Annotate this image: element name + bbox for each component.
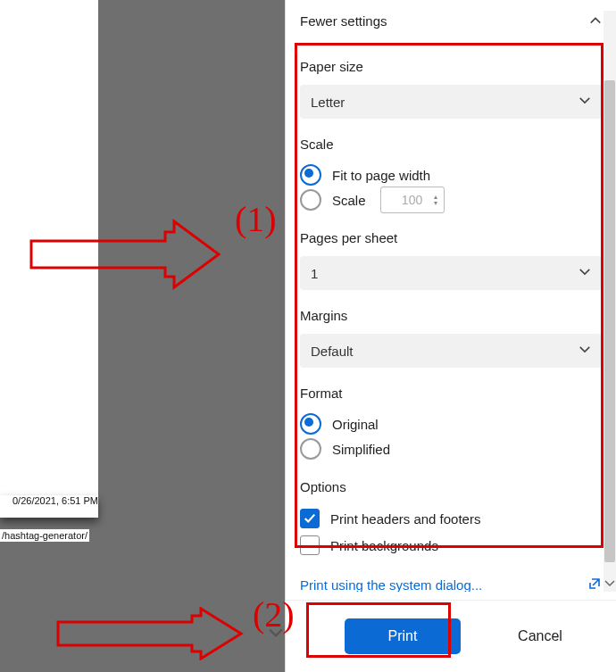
paper-size-value: Letter <box>311 95 345 110</box>
backgrounds-option[interactable]: Print backgrounds <box>300 532 602 559</box>
format-original-option[interactable]: Original <box>300 411 602 436</box>
radio-icon <box>300 189 321 211</box>
fewer-settings-label: Fewer settings <box>300 13 387 29</box>
preview-url: /hashtag-generator/ <box>0 529 89 542</box>
chevron-down-icon <box>579 266 591 281</box>
preview-shadow <box>0 495 98 518</box>
panel-scrollbar-thumb[interactable] <box>604 80 615 562</box>
radio-icon <box>300 164 321 186</box>
scale-value: 100 <box>402 193 422 207</box>
chevron-down-icon <box>579 344 591 359</box>
format-simplified-label: Simplified <box>332 442 390 457</box>
scale-fit-option[interactable]: Fit to page width <box>300 162 602 187</box>
print-button[interactable]: Print <box>345 618 461 654</box>
print-dialog-panel: Fewer settings Paper size Letter Scale F… <box>285 0 616 672</box>
print-preview-page <box>0 0 98 518</box>
format-simplified-option[interactable]: Simplified <box>300 436 602 461</box>
pages-per-sheet-label: Pages per sheet <box>300 230 602 245</box>
paper-size-select[interactable]: Letter <box>300 85 602 119</box>
scale-custom-label: Scale <box>332 193 366 208</box>
checkbox-icon <box>300 535 320 555</box>
external-link-icon <box>587 577 602 592</box>
spinner-down-icon[interactable]: ▾ <box>430 201 441 206</box>
scale-label: Scale <box>300 137 602 152</box>
radio-icon <box>300 438 321 460</box>
checkbox-icon <box>300 509 320 528</box>
format-original-label: Original <box>332 417 379 432</box>
cancel-button[interactable]: Cancel <box>482 618 598 654</box>
headers-footers-option[interactable]: Print headers and footers <box>300 505 602 532</box>
scale-fit-label: Fit to page width <box>332 168 430 183</box>
scale-custom-option[interactable]: Scale 100 ▴ ▾ <box>300 187 602 212</box>
system-dialog-link[interactable]: Print using the system dialog... <box>300 577 482 592</box>
margins-select[interactable]: Default <box>300 334 602 368</box>
radio-icon <box>300 413 321 435</box>
pages-per-sheet-select[interactable]: 1 <box>300 256 602 290</box>
dialog-footer: Print Cancel <box>286 600 616 672</box>
system-dialog-row[interactable]: Print using the system dialog... <box>300 577 602 592</box>
paper-size-label: Paper size <box>300 59 602 74</box>
format-label: Format <box>300 386 602 401</box>
chevron-down-icon <box>579 95 591 110</box>
spinner-steppers[interactable]: ▴ ▾ <box>430 195 441 206</box>
options-label: Options <box>300 479 602 494</box>
chevron-up-icon <box>589 14 602 27</box>
fewer-settings-header[interactable]: Fewer settings <box>300 0 602 41</box>
scale-value-input[interactable]: 100 ▴ ▾ <box>380 187 445 213</box>
pages-per-sheet-value: 1 <box>311 266 318 281</box>
panel-scroll-down-arrow[interactable] <box>604 577 616 592</box>
backgrounds-label: Print backgrounds <box>330 538 438 553</box>
margins-label: Margins <box>300 308 602 323</box>
margins-value: Default <box>311 344 354 359</box>
headers-footers-label: Print headers and footers <box>330 511 480 527</box>
